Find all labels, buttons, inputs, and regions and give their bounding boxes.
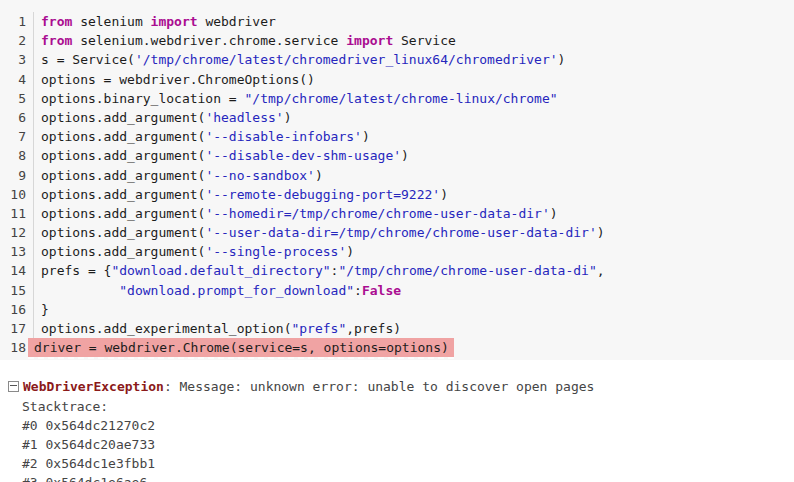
token-pl: driver = webdriver.Chrome(service=s, opt… [34, 340, 449, 355]
token-pl: ,prefs) [346, 321, 401, 336]
highlighted-error-line: driver = webdriver.Chrome(service=s, opt… [28, 338, 454, 359]
token-pl: options.add_experimental_option( [41, 321, 291, 336]
token-str: '--no-sandbox' [205, 168, 315, 183]
code-text: options.binary_location = "/tmp/chrome/l… [34, 91, 558, 106]
token-kw: from [41, 14, 72, 29]
token-str: "prefs" [291, 321, 346, 336]
token-pl: ) [284, 110, 292, 125]
code-line: 11options.add_argument('--homedir=/tmp/c… [0, 204, 794, 223]
stack-frame-line: #0 0x564dc21270c2 [22, 416, 794, 435]
code-line: 3s = Service('/tmp/chrome/latest/chromed… [0, 50, 794, 69]
code-text: from selenium.webdriver.chrome.service i… [34, 33, 456, 48]
token-kw: from [41, 33, 72, 48]
token-str: "/tmp/chrome/chrome-user-data-di" [338, 263, 596, 278]
stack-frame-line: #3 0x564dc1e6ae6 [22, 473, 794, 482]
token-str: '--disable-dev-shm-usage' [205, 148, 401, 163]
stack-frame-line: #2 0x564dc1e3fbb1 [22, 454, 794, 473]
token-pl [41, 283, 119, 298]
line-number: 9 [0, 166, 34, 185]
token-pl: ) [440, 187, 448, 202]
token-pl: : [354, 283, 362, 298]
token-str: "download.default_directory" [111, 263, 330, 278]
stacktrace-block: Stacktrace: #0 0x564dc21270c2#1 0x564dc2… [0, 397, 794, 482]
token-str: "download.prompt_for_download" [119, 283, 354, 298]
line-number: 13 [0, 242, 34, 261]
token-pl: options.add_argument( [41, 110, 205, 125]
token-str: '/tmp/chrome/latest/chromedriver_linux64… [135, 52, 558, 67]
token-pl: options.add_argument( [41, 148, 205, 163]
token-str: '--user-data-dir=/tmp/chrome/chrome-user… [205, 225, 596, 240]
line-number: 12 [0, 223, 34, 242]
code-text: options.add_argument('--no-sandbox') [34, 168, 323, 183]
token-kw: import [151, 14, 198, 29]
code-text: options.add_argument('--homedir=/tmp/chr… [34, 206, 558, 221]
token-str: 'headless' [205, 110, 283, 125]
line-number: 4 [0, 70, 34, 89]
token-kw: import [346, 33, 393, 48]
code-text: options = webdriver.ChromeOptions() [34, 72, 315, 87]
code-line: 12options.add_argument('--user-data-dir=… [0, 223, 794, 242]
token-str: '--disable-infobars' [205, 129, 362, 144]
line-number: 15 [0, 281, 34, 300]
stack-frame-line: #1 0x564dc20ae733 [22, 435, 794, 454]
code-line: 6options.add_argument('headless') [0, 108, 794, 127]
token-str: '--homedir=/tmp/chrome/chrome-user-data-… [205, 206, 549, 221]
token-pl: options.add_argument( [41, 129, 205, 144]
code-text: options.add_argument('--single-process') [34, 244, 354, 259]
code-text: options.add_argument('--user-data-dir=/t… [34, 225, 605, 240]
token-pl: options = webdriver.ChromeOptions() [41, 72, 315, 87]
token-pl: ) [346, 244, 354, 259]
token-pl: options.add_argument( [41, 168, 205, 183]
token-pl: prefs = { [41, 263, 111, 278]
token-pl: ) [362, 129, 370, 144]
code-text: options.add_argument('--disable-dev-shm-… [34, 148, 409, 163]
token-pl: ) [401, 148, 409, 163]
code-line: 17options.add_experimental_option("prefs… [0, 319, 794, 338]
code-text: options.add_experimental_option("prefs",… [34, 321, 401, 336]
line-number: 11 [0, 204, 34, 223]
stack-frames: #0 0x564dc21270c2#1 0x564dc20ae733#2 0x5… [22, 416, 794, 482]
code-line: 8options.add_argument('--disable-dev-shm… [0, 146, 794, 165]
code-lines: 1from selenium import webdriver2from sel… [0, 12, 794, 357]
code-text: prefs = {"download.default_directory":"/… [34, 263, 605, 278]
code-line: 10options.add_argument('--remote-debuggi… [0, 185, 794, 204]
line-number: 16 [0, 300, 34, 319]
code-line: 16} [0, 300, 794, 319]
token-pl: options.add_argument( [41, 206, 205, 221]
code-text: from selenium import webdriver [34, 14, 276, 29]
stacktrace-label: Stacktrace: [22, 397, 794, 416]
code-cell[interactable]: 1from selenium import webdriver2from sel… [0, 0, 794, 360]
line-number: 8 [0, 146, 34, 165]
code-line: 18driver = webdriver.Chrome(service=s, o… [0, 338, 794, 357]
code-line: 15 "download.prompt_for_download":False [0, 281, 794, 300]
token-kw: False [362, 283, 401, 298]
line-number: 3 [0, 50, 34, 69]
exception-message: : Message: unknown error: unable to disc… [164, 379, 594, 394]
line-number: 2 [0, 31, 34, 50]
code-line: 14prefs = {"download.default_directory":… [0, 261, 794, 280]
token-pl: options.binary_location = [41, 91, 245, 106]
line-number: 17 [0, 319, 34, 338]
exception-name: WebDriverException [23, 379, 164, 394]
token-pl: ) [550, 206, 558, 221]
token-pl: Service [393, 33, 456, 48]
code-text: "download.prompt_for_download":False [34, 283, 401, 298]
code-line: 9options.add_argument('--no-sandbox') [0, 166, 794, 185]
token-pl: s = Service( [41, 52, 135, 67]
token-str: '--single-process' [205, 244, 346, 259]
code-line: 5options.binary_location = "/tmp/chrome/… [0, 89, 794, 108]
token-pl: ) [558, 52, 566, 67]
token-pl: selenium [72, 14, 150, 29]
code-line: 4options = webdriver.ChromeOptions() [0, 70, 794, 89]
exception-row: WebDriverException: Message: unknown err… [0, 377, 794, 396]
token-pl: ) [597, 225, 605, 240]
code-line: 1from selenium import webdriver [0, 12, 794, 31]
line-number: 10 [0, 185, 34, 204]
token-pl: selenium.webdriver.chrome.service [72, 33, 346, 48]
token-pl: , [597, 263, 605, 278]
token-pl: options.add_argument( [41, 187, 205, 202]
collapse-output-icon[interactable] [8, 381, 19, 392]
line-number: 14 [0, 261, 34, 280]
token-pl: options.add_argument( [41, 244, 205, 259]
token-str: '--remote-debugging-port=9222' [205, 187, 440, 202]
